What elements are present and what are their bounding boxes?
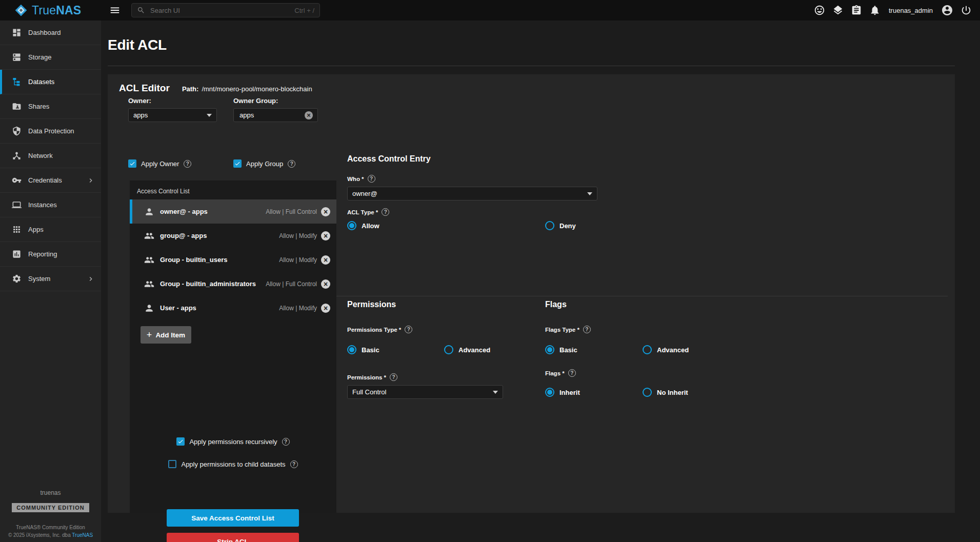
help-icon[interactable] xyxy=(390,373,397,381)
topbar: TrueNAS Ctrl + / truenas_admin xyxy=(0,0,980,21)
apply-recursively-checkbox[interactable] xyxy=(176,437,185,446)
sidebar-item-system[interactable]: System xyxy=(0,267,101,291)
who-label: Who * xyxy=(347,175,375,183)
permissions-select[interactable]: Full Control xyxy=(347,385,503,399)
search-input[interactable] xyxy=(149,6,294,15)
flags-type-label: Flags Type * xyxy=(545,326,591,333)
bell-icon xyxy=(869,5,881,16)
bar-chart-icon xyxy=(12,249,22,259)
brand-text: TrueNAS xyxy=(32,4,81,17)
dataset-path: Path:/mnt/monero-pool/monero-blockchain xyxy=(182,85,312,93)
delete-entry-icon[interactable] xyxy=(321,304,330,313)
page-title: Edit ACL xyxy=(108,37,167,53)
global-search[interactable]: Ctrl + / xyxy=(131,3,320,17)
delete-entry-icon[interactable] xyxy=(321,207,330,216)
sidebar-item-apps[interactable]: Apps xyxy=(0,217,101,242)
radio-icon xyxy=(347,221,356,230)
sidebar-item-reporting[interactable]: Reporting xyxy=(0,242,101,267)
acl-type-label: ACL Type * xyxy=(347,208,389,216)
delete-entry-icon[interactable] xyxy=(321,255,330,265)
shield-icon xyxy=(12,126,22,136)
radio-icon xyxy=(347,345,356,354)
permissions-type-basic-radio[interactable]: Basic xyxy=(347,345,379,354)
help-icon[interactable] xyxy=(282,438,290,446)
footer-copyright-line: © 2025 iXsystems, Inc. dba TrueNAS xyxy=(0,532,101,538)
help-icon[interactable] xyxy=(583,326,591,333)
chevron-right-icon xyxy=(87,176,95,185)
save-acl-button[interactable]: Save Access Control List xyxy=(167,509,299,527)
apply-group-checkbox[interactable] xyxy=(233,159,242,168)
sidebar-item-instances[interactable]: Instances xyxy=(0,193,101,217)
sidebar-item-data-protection[interactable]: Data Protection xyxy=(0,119,101,144)
edition-badge: COMMUNITY EDITION xyxy=(12,503,89,512)
who-select[interactable]: owner@ xyxy=(347,187,597,200)
flags-section-title: Flags xyxy=(545,300,567,309)
radio-icon xyxy=(643,388,652,397)
delete-entry-icon[interactable] xyxy=(321,279,330,289)
add-item-button[interactable]: Add Item xyxy=(141,326,191,344)
acl-entry-row[interactable]: group@ - apps Allow | Modify xyxy=(130,224,336,248)
acl-entry-row[interactable]: owner@ - apps Allow | Full Control xyxy=(130,199,336,224)
topbar-actions: truenas_admin xyxy=(814,4,980,16)
apply-owner-checkbox[interactable] xyxy=(128,159,136,168)
flags-type-advanced-radio[interactable]: Advanced xyxy=(643,345,689,354)
acl-type-deny-radio[interactable]: Deny xyxy=(545,221,576,230)
acl-editor-card: ACL Editor Path:/mnt/monero-pool/monero-… xyxy=(108,74,955,513)
chevron-down-icon xyxy=(587,192,592,195)
acl-entry-row[interactable]: Group - builtin_users Allow | Modify xyxy=(130,248,336,272)
strip-acl-button[interactable]: Strip ACL xyxy=(167,533,299,542)
sidebar-item-network[interactable]: Network xyxy=(0,144,101,168)
smiley-icon xyxy=(814,5,825,16)
owner-group-input-wrap xyxy=(233,108,318,122)
jobs-button[interactable] xyxy=(851,5,862,16)
help-icon[interactable] xyxy=(368,175,375,183)
user-menu-button[interactable] xyxy=(941,4,953,16)
help-icon[interactable] xyxy=(290,460,298,468)
permissions-type-advanced-radio[interactable]: Advanced xyxy=(444,345,490,354)
group-icon xyxy=(144,231,154,241)
owner-select[interactable]: apps xyxy=(128,108,217,122)
access-control-entry-panel: Access Control Entry Who * owner@ ACL Ty… xyxy=(336,74,955,513)
help-icon[interactable] xyxy=(184,160,191,168)
sidebar-item-storage[interactable]: Storage xyxy=(0,45,101,70)
acl-type-allow-radio[interactable]: Allow xyxy=(347,221,379,230)
sidebar-item-credentials[interactable]: Credentials xyxy=(0,168,101,193)
help-icon[interactable] xyxy=(382,208,389,216)
sidebar-item-shares[interactable]: Shares xyxy=(0,94,101,119)
layers-icon xyxy=(832,5,844,16)
radio-icon xyxy=(545,345,554,354)
apply-to-children-checkbox[interactable] xyxy=(168,460,176,468)
flags-inherit-radio[interactable]: Inherit xyxy=(545,388,580,397)
truecommand-button[interactable] xyxy=(832,5,844,16)
clipboard-icon xyxy=(851,5,862,16)
flags-type-basic-radio[interactable]: Basic xyxy=(545,345,577,354)
owner-field: Owner: apps xyxy=(128,97,217,122)
truenas-logo[interactable]: TrueNAS xyxy=(0,4,101,17)
laptop-icon xyxy=(12,200,22,210)
help-icon[interactable] xyxy=(288,160,295,168)
owner-group-field: Owner Group: xyxy=(233,97,318,122)
owner-group-label: Owner Group: xyxy=(233,97,318,105)
help-icon[interactable] xyxy=(405,326,412,333)
acl-entry-row[interactable]: User - apps Allow | Modify xyxy=(130,296,336,320)
sidebar-item-dashboard[interactable]: Dashboard xyxy=(0,21,101,45)
sidebar-footer: truenas COMMUNITY EDITION TrueNAS® Commu… xyxy=(0,489,101,542)
flags-no-inherit-radio[interactable]: No Inherit xyxy=(643,388,688,397)
apply-options: Apply permissions recursively Apply perm… xyxy=(130,437,336,468)
truenas-logo-icon xyxy=(14,4,28,17)
truenas-link[interactable]: TrueNAS xyxy=(72,532,93,538)
apply-checkboxes-row: Apply Owner Apply Group xyxy=(128,159,295,168)
acl-entry-row[interactable]: Group - builtin_administrators Allow | F… xyxy=(130,272,336,296)
owner-group-input[interactable] xyxy=(238,111,305,119)
alerts-button[interactable] xyxy=(869,5,881,16)
account-icon xyxy=(941,4,953,16)
clear-icon[interactable] xyxy=(305,111,313,119)
power-menu-button[interactable] xyxy=(961,5,972,16)
delete-entry-icon[interactable] xyxy=(321,231,330,240)
help-icon[interactable] xyxy=(568,369,576,377)
radio-icon xyxy=(545,388,554,397)
permissions-section-title: Permissions xyxy=(347,300,396,309)
menu-toggle-button[interactable] xyxy=(109,5,121,16)
feedback-button[interactable] xyxy=(814,5,825,16)
sidebar-item-datasets[interactable]: Datasets xyxy=(0,70,101,94)
